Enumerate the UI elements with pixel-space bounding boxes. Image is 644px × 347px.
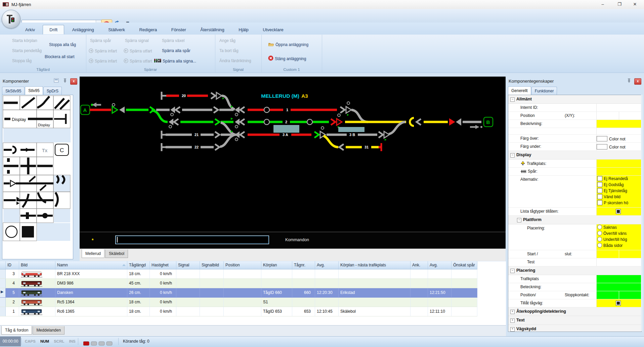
property-value[interactable]	[596, 120, 641, 128]
tab-stlv95[interactable]: Stlv95	[25, 86, 43, 95]
property-value[interactable]: Ej ResandetåEj GodstågEj TjänstetågVänd …	[596, 176, 641, 207]
collapse-icon[interactable]: −	[510, 269, 515, 273]
property-value[interactable]	[596, 283, 641, 291]
stang-anlaggning-button[interactable]: Stäng anläggning	[268, 55, 306, 62]
property-value[interactable]	[596, 104, 641, 112]
property-value[interactable]	[596, 112, 641, 120]
minimize-button[interactable]: –	[595, 0, 610, 9]
tab-anlaggning[interactable]: Anläggning	[66, 25, 100, 34]
tab-tag-fordon[interactable]: Tåg & fordon	[1, 326, 32, 335]
column-header[interactable]: Hastighet	[150, 261, 176, 269]
column-header[interactable]: Tåglängd	[127, 261, 150, 269]
ta-bort-tag-button[interactable]: Ta bort tåg	[219, 48, 239, 53]
stoppa-tag-button[interactable]: Stoppa tåg	[12, 58, 32, 63]
sparra-signal-button[interactable]: Spärra signal	[125, 38, 149, 43]
tab-fonster[interactable]: Fönster	[165, 25, 192, 34]
checkbox[interactable]	[597, 176, 602, 181]
property-value[interactable]	[596, 258, 641, 266]
pin-icon[interactable]	[62, 78, 68, 84]
expand-icon[interactable]: +	[510, 318, 515, 323]
tab-redigera[interactable]: Redigera	[133, 25, 163, 34]
track-2[interactable]: 2 B	[169, 114, 493, 135]
radio-button[interactable]	[597, 231, 602, 235]
column-header[interactable]: Avg.	[428, 261, 452, 269]
andra-fardriktning-button[interactable]: Ändra färdriktning	[219, 58, 251, 63]
close-panel-icon[interactable]: x	[634, 78, 641, 85]
property-value[interactable]	[596, 168, 641, 175]
color-swatch[interactable]	[597, 144, 607, 149]
track-22[interactable]: 22	[162, 135, 236, 151]
property-value-cell[interactable]	[597, 112, 619, 120]
column-header[interactable]: Signal	[176, 261, 200, 269]
tab-meddelanden[interactable]: Meddelanden	[33, 326, 65, 335]
color-swatch[interactable]	[597, 136, 607, 141]
sparra-infart-2-button[interactable]: Spärra infart	[89, 58, 117, 64]
column-header[interactable]: ID	[6, 261, 19, 269]
property-group-header[interactable]: −Display	[508, 151, 641, 160]
property-value[interactable]	[596, 208, 641, 215]
property-value-cell[interactable]	[597, 291, 619, 299]
sparra-alla-signaler-button[interactable]: Spärra alla signa...	[154, 58, 196, 64]
column-header[interactable]: Ank.	[411, 261, 428, 269]
property-value-cell[interactable]	[597, 250, 619, 258]
property-group-header[interactable]: −Plattform	[508, 216, 641, 224]
checkbox[interactable]	[616, 301, 621, 306]
property-value-cell[interactable]	[619, 250, 642, 258]
tab-utvecklare[interactable]: Utvecklare	[256, 25, 290, 34]
table-row[interactable]: 3BR 218 XXX18 cm.0 km/h	[0, 269, 477, 279]
blockera-all-start-button[interactable]: Blockera all start	[45, 54, 75, 59]
column-header[interactable]: Körplan - nästa trafikplats	[339, 261, 411, 269]
column-header[interactable]: Avg.	[315, 261, 339, 269]
tab-skstlv95[interactable]: SkStlv95	[2, 87, 25, 95]
property-value[interactable]	[596, 291, 641, 299]
close-panel-icon[interactable]: x	[70, 78, 77, 85]
property-value[interactable]: Color not	[596, 135, 641, 142]
tab-generellt[interactable]: Generellt	[508, 86, 531, 95]
track-31[interactable]: 31	[339, 143, 381, 151]
column-header[interactable]: Tågnr.	[292, 261, 315, 269]
checkbox[interactable]	[616, 209, 621, 214]
checkbox[interactable]	[597, 182, 602, 187]
column-header[interactable]: Önskat spår	[452, 261, 477, 269]
radio-button[interactable]	[597, 237, 602, 242]
column-header[interactable]: Bild	[19, 261, 55, 269]
tab-arkiv[interactable]: Arkiv	[19, 25, 41, 34]
restore-panel-icon[interactable]	[53, 78, 59, 84]
sparra-utfart-1-button[interactable]: Spärra utfart	[124, 48, 152, 54]
property-group-header[interactable]: +Återkoppling/detektering	[508, 307, 641, 316]
property-value[interactable]	[596, 128, 641, 134]
collapse-icon[interactable]: −	[517, 218, 521, 222]
property-group-header[interactable]: +Text	[508, 316, 641, 325]
starta-pendeltag-button[interactable]: Starta pendeltåg	[12, 48, 42, 53]
property-group-header[interactable]: −Placering	[508, 266, 641, 275]
tab-stallverk[interactable]: Ställverk	[102, 25, 131, 34]
tab-spdrs[interactable]: SpDrS	[43, 87, 62, 95]
track-20[interactable]: 20	[162, 92, 235, 110]
sparra-spar-button[interactable]: Spärra spår	[90, 38, 111, 43]
collapse-icon[interactable]: −	[510, 97, 515, 102]
scrollbar[interactable]	[641, 95, 643, 331]
starta-korplan-button[interactable]: Starta körplan	[12, 38, 37, 43]
property-value[interactable]	[596, 160, 641, 167]
checkbox[interactable]	[597, 194, 602, 199]
checkbox[interactable]	[597, 200, 602, 205]
property-group-header[interactable]: −Allmänt	[508, 95, 641, 104]
table-row[interactable]: 2Rc5 136418 cm.0 km/hS1	[0, 298, 477, 307]
tab-hjalp[interactable]: Hjälp	[232, 25, 255, 34]
column-header[interactable]: Signalbild	[200, 261, 224, 269]
column-header[interactable]: Körplan	[261, 261, 292, 269]
sparra-alla-spar-button[interactable]: Spärra alla spår	[162, 48, 190, 53]
collapse-icon[interactable]: −	[510, 153, 515, 158]
oppna-anlaggning-button[interactable]: Öppna anläggning	[268, 42, 308, 48]
tab-funktioner[interactable]: Funktioner	[531, 87, 557, 95]
tab-drift[interactable]: Drift	[43, 25, 64, 34]
expand-icon[interactable]: +	[510, 327, 515, 332]
ange-tag-button[interactable]: Ange tåg	[219, 38, 235, 43]
sparra-infart-1-button[interactable]: Spärra infart	[89, 48, 117, 54]
pin-icon[interactable]	[626, 78, 632, 84]
column-header[interactable]: Position	[224, 261, 261, 269]
property-value[interactable]: Color not	[596, 143, 641, 150]
expand-icon[interactable]: +	[510, 310, 515, 314]
tab-mellerud[interactable]: Mellerud	[82, 249, 104, 258]
radio-button[interactable]	[597, 225, 602, 229]
